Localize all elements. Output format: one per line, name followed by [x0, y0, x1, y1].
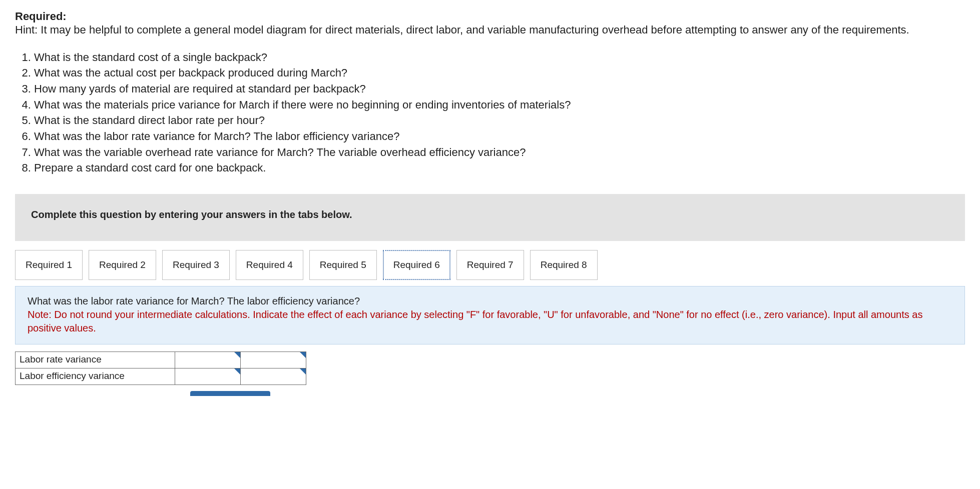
input-indicator-icon — [234, 368, 240, 374]
table-row: Labor efficiency variance — [16, 368, 306, 385]
question-item: What is the standard direct labor rate p… — [34, 112, 965, 128]
answer-table: Labor rate variance Labor efficiency var… — [15, 352, 306, 385]
question-item: How many yards of material are required … — [34, 81, 965, 97]
labor-rate-effect-input[interactable] — [241, 352, 306, 368]
tab-required-1[interactable]: Required 1 — [15, 250, 83, 280]
hint-text: Hint: It may be helpful to complete a ge… — [15, 23, 965, 38]
question-item: What was the variable overhead rate vari… — [34, 144, 965, 160]
tab-required-4[interactable]: Required 4 — [236, 250, 303, 280]
required-heading: Required: — [15, 10, 965, 23]
effect-cell[interactable] — [241, 352, 306, 368]
amount-cell[interactable] — [175, 368, 241, 385]
tab-required-2[interactable]: Required 2 — [89, 250, 156, 280]
question-item: What was the actual cost per backpack pr… — [34, 65, 965, 81]
question-item: What was the labor rate variance for Mar… — [34, 128, 965, 144]
question-item: What was the materials price variance fo… — [34, 97, 965, 113]
tab-required-8[interactable]: Required 8 — [530, 250, 598, 280]
tabs-row: Required 1 Required 2 Required 3 Require… — [15, 250, 965, 280]
labor-efficiency-effect-input[interactable] — [241, 369, 306, 384]
input-indicator-icon — [234, 352, 240, 358]
tab-required-7[interactable]: Required 7 — [456, 250, 524, 280]
question-list: What is the standard cost of a single ba… — [15, 50, 965, 176]
panel-note: Note: Do not round your intermediate cal… — [28, 308, 952, 335]
table-row: Labor rate variance — [16, 352, 306, 368]
hint-body: It may be helpful to complete a general … — [41, 24, 909, 36]
tab-required-3[interactable]: Required 3 — [162, 250, 230, 280]
amount-cell[interactable] — [175, 352, 241, 368]
required-label: Required: — [15, 10, 67, 22]
question-item: Prepare a standard cost card for one bac… — [34, 160, 965, 176]
tab-content-panel: What was the labor rate variance for Mar… — [15, 286, 965, 344]
effect-cell[interactable] — [241, 368, 306, 385]
input-indicator-icon — [300, 368, 306, 374]
panel-question: What was the labor rate variance for Mar… — [28, 294, 952, 308]
row-label-labor-rate: Labor rate variance — [16, 352, 175, 368]
instruction-banner: Complete this question by entering your … — [15, 194, 965, 241]
hint-prefix: Hint: — [15, 24, 41, 36]
labor-rate-amount-input[interactable] — [175, 352, 240, 368]
instruction-banner-text: Complete this question by entering your … — [31, 209, 352, 220]
tab-required-5[interactable]: Required 5 — [309, 250, 377, 280]
row-label-labor-efficiency: Labor efficiency variance — [16, 368, 175, 385]
labor-efficiency-amount-input[interactable] — [175, 369, 240, 384]
question-item: What is the standard cost of a single ba… — [34, 50, 965, 66]
tab-required-6[interactable]: Required 6 — [383, 250, 450, 280]
input-indicator-icon — [300, 352, 306, 358]
partial-button-stub — [190, 391, 270, 396]
